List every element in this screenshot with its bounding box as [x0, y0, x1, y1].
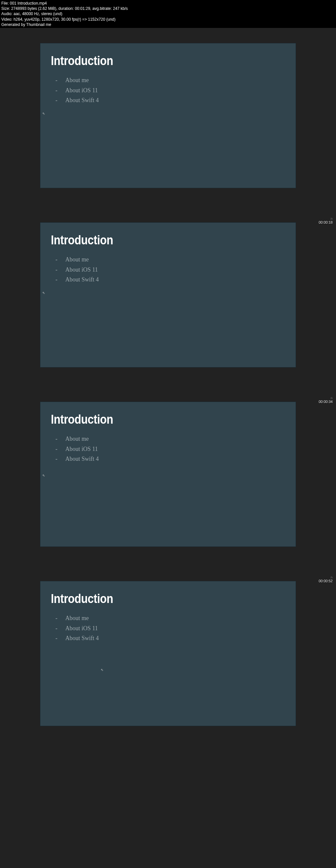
cursor-icon: ⇖ — [42, 112, 45, 115]
cursor-icon: ⇖ — [42, 291, 45, 294]
list-item: About me — [56, 254, 285, 265]
list-item: About Swift 4 — [56, 275, 285, 285]
watermark: lh — [330, 576, 333, 579]
list-item: About Swift 4 — [56, 633, 285, 643]
list-item: About me — [56, 75, 285, 85]
thumbnail-wrapper: Introduction About me About iOS 11 About… — [0, 581, 336, 745]
list-item: About me — [56, 434, 285, 444]
file-name-line: File: 001 Introduction.mp4 — [1, 1, 335, 6]
slide-title: Introduction — [51, 54, 257, 68]
slide-title: Introduction — [51, 592, 257, 606]
list-item: About iOS 11 — [56, 85, 285, 96]
video-info-line: Video: h264, yuv420p, 1280x720, 30.00 fp… — [1, 17, 335, 22]
generated-by-line: Generated by Thumbnail me — [1, 22, 335, 27]
thumbnail-wrapper: Introduction About me About iOS 11 About… — [0, 43, 336, 207]
file-size-line: Size: 2748993 bytes (2.62 MiB), duration… — [1, 6, 335, 11]
thumbnail-frame: Introduction About me About iOS 11 About… — [40, 581, 296, 726]
thumbnail-frame: Introduction About me About iOS 11 About… — [40, 43, 296, 188]
cursor-icon: ⇖ — [101, 668, 103, 672]
list-item: About me — [56, 613, 285, 623]
thumbnail-frame: Introduction About me About iOS 11 About… — [40, 402, 296, 547]
slide-title: Introduction — [51, 233, 257, 247]
list-item: About iOS 11 — [56, 623, 285, 633]
thumbnail-wrapper: Introduction About me About iOS 11 About… — [0, 402, 336, 566]
slide-bullet-list: About me About iOS 11 About Swift 4 — [51, 613, 285, 643]
slide-bullet-list: About me About iOS 11 About Swift 4 — [51, 434, 285, 464]
thumbnail-frame: Introduction About me About iOS 11 About… — [40, 222, 296, 368]
audio-info-line: Audio: aac, 48000 Hz, stereo (und) — [1, 11, 335, 17]
thumbnail-wrapper: Introduction About me About iOS 11 About… — [0, 222, 336, 386]
watermark: lh — [330, 217, 333, 220]
cursor-icon: ⇖ — [42, 473, 45, 477]
list-item: About Swift 4 — [56, 454, 285, 464]
thumbnails-container: Introduction About me About iOS 11 About… — [0, 43, 336, 745]
slide-bullet-list: About me About iOS 11 About Swift 4 — [51, 254, 285, 285]
list-item: About Swift 4 — [56, 95, 285, 105]
watermark: lh — [330, 396, 333, 400]
list-item: About iOS 11 — [56, 265, 285, 275]
file-info-header: File: 001 Introduction.mp4 Size: 2748993… — [0, 0, 336, 28]
slide-bullet-list: About me About iOS 11 About Swift 4 — [51, 75, 285, 105]
list-item: About iOS 11 — [56, 444, 285, 454]
slide-title: Introduction — [51, 412, 257, 427]
